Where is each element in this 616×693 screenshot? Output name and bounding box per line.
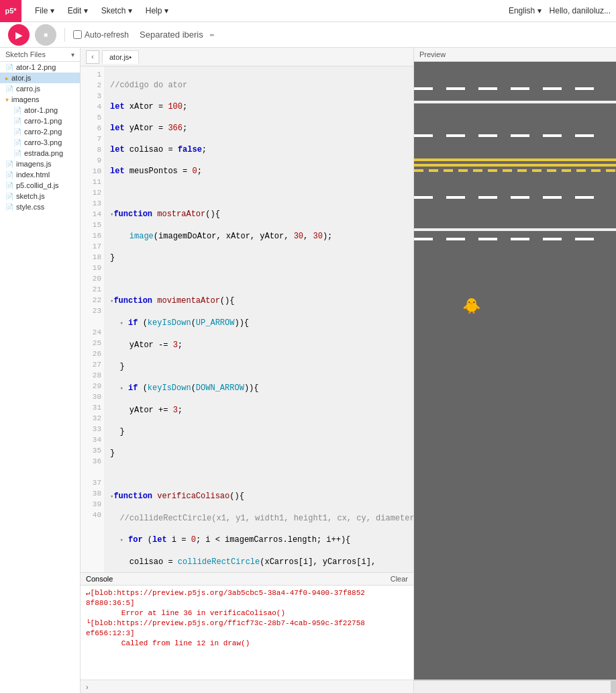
sidebar-item-indexhtml[interactable]: 📄 index.html	[0, 169, 80, 180]
language-selector[interactable]: English ▾	[509, 6, 542, 15]
user-greeting: Hello, daniloluz...	[550, 6, 611, 15]
sidebar-item-atorjs[interactable]: ▸ ator.js	[0, 73, 80, 83]
edit-sketch-icon[interactable]: ✏	[210, 30, 215, 40]
console-bottom-bar: ›	[81, 680, 413, 693]
road-dash	[543, 238, 562, 240]
sidebar-item-ator12png[interactable]: 📄 ator-1 2.png	[0, 62, 80, 73]
sidebar-item-estradapng[interactable]: 📄 estrada.png	[0, 148, 80, 158]
code-line	[110, 187, 408, 198]
stop-button[interactable]: ■	[35, 24, 56, 46]
sidebar-arrow[interactable]: ▾	[71, 51, 74, 58]
console-content: ↵[blob:https://preview.p5js.org/3ab5cbc5…	[81, 586, 413, 680]
tab-arrow-left[interactable]: ‹	[86, 50, 99, 64]
sidebar-item-label: p5.collid_d.js	[16, 181, 59, 189]
road-yellow-dash	[429, 169, 438, 172]
editor-tabs: ‹ ator.js•	[81, 48, 413, 66]
road-dash	[575, 134, 594, 137]
sidebar-item-carro3png[interactable]: 📄 carro-3.png	[0, 137, 80, 148]
p5-logo: p5*	[0, 0, 21, 22]
auto-refresh-checkbox[interactable]	[73, 30, 82, 39]
file-icon: 📄	[13, 107, 21, 114]
console-prompt[interactable]: ›	[86, 683, 89, 691]
sidebar-item-sketchjs[interactable]: 📄 sketch.js	[0, 191, 80, 201]
file-icon: 📄	[5, 182, 13, 189]
tab-label: ator.js	[109, 53, 129, 61]
preview-area: Preview	[413, 48, 616, 693]
code-content[interactable]: //código do ator let xAtor = 100; let yA…	[105, 66, 413, 572]
road-dash	[478, 134, 497, 137]
folder-icon: ▾	[5, 96, 9, 103]
player-sprite: 🐥	[462, 300, 480, 315]
sidebar-title: Sketch Files	[5, 50, 46, 58]
console-header: Console Clear	[81, 573, 413, 586]
road-dash	[446, 87, 465, 90]
sidebar-item-carrojs[interactable]: 📄 carro.js	[0, 83, 80, 94]
road-dash	[414, 196, 433, 199]
editor-area: ‹ ator.js• 12345678910 11121314151617181…	[81, 48, 413, 693]
console-message: ↵[blob:https://preview.p5js.org/3ab5cbc5…	[86, 588, 408, 608]
sketch-menu[interactable]: Sketch ▾	[96, 3, 138, 18]
tab-modified-dot: •	[129, 53, 132, 61]
code-container[interactable]: 12345678910 11121314151617181920 2122232…	[81, 66, 413, 572]
road-dash	[575, 238, 594, 240]
road-yellow-dash	[444, 169, 453, 172]
auto-refresh-label[interactable]: Auto-refresh	[73, 30, 129, 40]
code-line: let colisao = false;	[110, 144, 408, 155]
code-line: ▾ if (keyIsDown(DOWN_ARROW)){	[110, 383, 408, 394]
road-dash	[478, 87, 497, 90]
play-button[interactable]: ▶	[8, 24, 30, 46]
sidebar-item-imagensjs[interactable]: 📄 imagens.js	[0, 158, 80, 169]
main-layout: Sketch Files ▾ 📄 ator-1 2.png ▸ ator.js …	[0, 48, 616, 693]
file-icon: 📄	[13, 128, 21, 136]
road-dash	[543, 196, 562, 199]
sidebar-item-p5collidjs[interactable]: 📄 p5.collid_d.js	[0, 180, 80, 191]
code-line: ▾function movimentaAtor(){	[110, 295, 408, 307]
road-yellow-dash	[547, 169, 556, 172]
sidebar-item-carro2png[interactable]: 📄 carro-2.png	[0, 126, 80, 137]
preview-bottom-bar	[414, 680, 616, 693]
file-icon: 📄	[5, 64, 13, 71]
sidebar-item-label: carro.js	[16, 85, 40, 93]
road-yellow-dash	[576, 169, 586, 172]
road-yellow-line	[414, 164, 616, 167]
console-message: Error at line 36 in verificaColisao()	[86, 608, 408, 618]
sidebar-item-ator1png[interactable]: 📄 ator-1.png	[0, 105, 80, 116]
file-menu[interactable]: File ▾	[30, 3, 60, 18]
code-line	[110, 469, 408, 480]
sidebar: Sketch Files ▾ 📄 ator-1 2.png ▸ ator.js …	[0, 48, 81, 693]
edit-menu[interactable]: Edit ▾	[62, 3, 93, 18]
code-line: let xAtor = 100;	[110, 101, 408, 112]
file-icon: 📄	[5, 203, 13, 211]
road-dash	[414, 134, 433, 137]
road-dash	[575, 196, 594, 199]
code-line: }	[110, 361, 408, 372]
road-dash	[414, 87, 433, 90]
sidebar-item-carro1png[interactable]: 📄 carro-1.png	[0, 116, 80, 126]
preview-scrollbar[interactable]	[611, 681, 616, 693]
code-line: colisao = collideRectCircle(xCarros[i], …	[110, 557, 408, 567]
road-yellow-dash	[606, 169, 615, 172]
sidebar-item-stylecss[interactable]: 📄 style.css	[0, 201, 80, 212]
road-dash	[511, 134, 529, 137]
preview-header: Preview	[414, 48, 616, 62]
road-dash	[446, 238, 465, 240]
road-dash	[543, 134, 562, 137]
code-line: yAtor -= 3;	[110, 340, 408, 351]
code-line	[110, 274, 408, 285]
road-dash	[543, 87, 562, 90]
road-yellow-dash	[517, 169, 527, 172]
sidebar-item-label: ator.js	[11, 74, 31, 82]
clear-button[interactable]: Clear	[391, 575, 408, 583]
preview-canvas: 🐥	[414, 62, 616, 680]
help-menu[interactable]: Help ▾	[140, 3, 174, 18]
road-yellow-dash	[414, 169, 423, 172]
road-yellow-dash	[591, 169, 601, 172]
tab-atorjs[interactable]: ator.js•	[102, 50, 139, 64]
sidebar-item-imagens-folder[interactable]: ▾ imagens	[0, 94, 80, 105]
console-message: └[blob:https://preview.p5js.org/ff1cf73c…	[86, 618, 408, 639]
code-line: //collideRectCircle(x1, y1, width1, heig…	[110, 513, 408, 524]
toolbar: ▶ ■ Auto-refresh Separated iberis ✏	[0, 22, 616, 48]
file-icon: 📄	[5, 85, 13, 93]
sidebar-item-label: imagens	[11, 95, 40, 103]
code-line: ▾ for (let i = 0; i < imagemCarros.lengt…	[110, 535, 408, 546]
